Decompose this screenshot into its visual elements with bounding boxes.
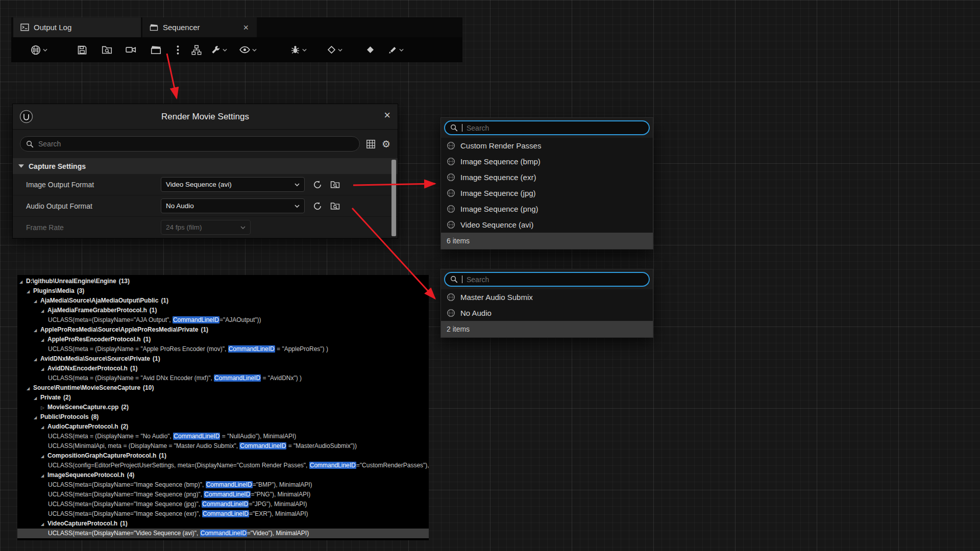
search-result-code-line[interactable]: UCLASS(meta = (DisplayName = "Avid DNx E…	[17, 373, 429, 383]
tree-node-file[interactable]: ◢AvidDNxEncoderProtocol.h(1)	[17, 364, 429, 373]
dropdown-option[interactable]: Image Sequence (bmp)	[441, 154, 653, 169]
expander-arrow-icon[interactable]: ◢	[34, 393, 40, 403]
expander-arrow-icon[interactable]: ◢	[27, 384, 33, 393]
expander-arrow-icon[interactable]: ◢	[27, 287, 33, 296]
property-dropdown[interactable]: 24 fps (film)	[161, 220, 251, 235]
search-result-code-line[interactable]: UCLASS(meta=(DisplayName="Image Sequence…	[17, 480, 429, 490]
tree-node-folder[interactable]: ◢Source\Runtime\MovieSceneCapture(10)	[17, 383, 429, 393]
search-result-code-line[interactable]: UCLASS(MinimalApi, meta = (DisplayName =…	[17, 441, 429, 451]
dropdown-search-input[interactable]: Search	[444, 272, 650, 287]
option-label: Custom Render Passes	[460, 141, 541, 150]
dialog-close-icon[interactable]: ×	[384, 110, 390, 121]
create-camera-button[interactable]	[126, 45, 136, 54]
tree-node-folder[interactable]: ◢Plugins\Media(3)	[17, 286, 429, 296]
settings-search-input[interactable]: Search	[20, 136, 360, 152]
browse-content-button[interactable]	[102, 45, 112, 55]
tree-node-folder[interactable]: ◢AppleProResMedia\Source\AppleProResMedi…	[17, 325, 429, 335]
expander-arrow-icon[interactable]: ◢	[34, 413, 40, 422]
dropdown-search-input[interactable]: Search	[444, 120, 650, 135]
search-result-code-line[interactable]: UCLASS(meta=(DisplayName="Video Sequence…	[17, 529, 429, 538]
expander-arrow-icon[interactable]: ◢	[41, 452, 47, 461]
tree-node-file[interactable]: ◢VideoCaptureProtocol.h(1)	[17, 519, 429, 529]
sequencer-hierarchy-button[interactable]	[191, 45, 202, 55]
actions-button[interactable]	[211, 45, 227, 55]
expander-arrow-icon[interactable]: ▷	[41, 403, 47, 412]
search-result-code-line[interactable]: UCLASS(meta = (DisplayName = "No Audio",…	[17, 432, 429, 441]
dialog-scrollbar[interactable]	[391, 160, 396, 236]
node-label: AvidDNxEncoderProtocol.h	[47, 365, 128, 372]
expander-arrow-icon[interactable]: ◢	[34, 325, 40, 335]
expander-arrow-icon[interactable]: ◢	[41, 422, 47, 432]
tree-node-file[interactable]: ▷MovieSceneCapture.cpp(2)	[17, 403, 429, 412]
search-result-code-line[interactable]: UCLASS(meta = (DisplayName = "Apple ProR…	[17, 344, 429, 354]
reset-to-default-button[interactable]	[313, 180, 322, 189]
dropdown-option[interactable]: Master Audio Submix	[441, 289, 653, 305]
tree-node-folder[interactable]: ◢AvidDNxMedia\Source\Source\Private(1)	[17, 354, 429, 364]
search-result-code-line[interactable]: UCLASS(meta=(DisplayName="Image Sequence…	[17, 499, 429, 509]
expander-arrow-icon[interactable]: ◢	[41, 364, 47, 373]
node-label: AjaMediaFrameGrabberProtocol.h	[47, 307, 147, 314]
tab-output-log[interactable]: Output Log	[13, 17, 141, 37]
settings-gear-icon[interactable]: ⚙	[382, 138, 390, 149]
tree-node-file[interactable]: ◢ImageSequenceProtocol.h(4)	[17, 470, 429, 480]
class-sphere-icon	[447, 293, 455, 302]
view-options-button[interactable]	[239, 46, 257, 54]
browse-to-asset-button[interactable]	[330, 180, 340, 189]
match-count-badge: (1)	[130, 365, 138, 372]
tree-node-folder[interactable]: ◢D:\github\UnrealEngine\Engine(13)	[17, 277, 429, 286]
tab-sequencer[interactable]: Sequencer ×	[142, 17, 257, 37]
search-result-code-line[interactable]: UCLASS(meta=(DisplayName="Image Sequence…	[17, 509, 429, 519]
option-label: Master Audio Submix	[460, 293, 533, 302]
expander-arrow-icon[interactable]: ◢	[34, 296, 40, 306]
capture-settings-section-header[interactable]: Capture Settings	[13, 158, 398, 174]
keyframe-options-button[interactable]	[327, 45, 342, 54]
dropdown-option[interactable]: Image Sequence (png)	[441, 201, 653, 217]
search-result-code-line[interactable]: UCLASS(meta=(DisplayName="Image Sequence…	[17, 490, 429, 499]
expander-arrow-icon[interactable]: ◢	[41, 471, 47, 480]
expander-arrow-icon[interactable]: ◢	[41, 519, 47, 529]
search-result-code-line[interactable]: UCLASS(meta=(DisplayName="AJA Output", C…	[17, 315, 429, 325]
tree-node-file[interactable]: ◢CompositionGraphCaptureProtocol.h(1)	[17, 451, 429, 461]
close-tab-icon[interactable]: ×	[242, 23, 250, 32]
tree-node-folder[interactable]: ◢Private(2)	[17, 393, 429, 403]
dropdown-option[interactable]: No Audio	[441, 305, 653, 321]
match-count-badge: (2)	[121, 404, 129, 411]
expander-arrow-icon[interactable]: ◢	[41, 306, 47, 315]
render-movie-button[interactable]	[151, 45, 161, 55]
search-match-highlight: CommandLineID	[204, 491, 251, 498]
world-selector-button[interactable]	[31, 45, 47, 55]
dropdown-value: No Audio	[166, 202, 194, 210]
search-placeholder: Search	[38, 140, 61, 148]
browse-to-asset-button[interactable]	[330, 202, 340, 210]
eye-icon	[239, 46, 250, 54]
settings-rows: Image Output Format Video Sequence (avi)…	[13, 174, 398, 238]
scrollbar-thumb[interactable]	[391, 160, 396, 236]
expander-arrow-icon[interactable]: ◢	[19, 277, 26, 286]
search-result-code-line[interactable]: UCLASS(config=EditorPerProjectUserSettin…	[17, 461, 429, 470]
more-options-button[interactable]	[177, 45, 179, 55]
tree-node-file[interactable]: ◢AudioCaptureProtocol.h(2)	[17, 422, 429, 432]
tree-node-file[interactable]: ◢AppleProResEncoderProtocol.h(1)	[17, 335, 429, 344]
playback-options-button[interactable]	[290, 45, 307, 55]
tree-node-file[interactable]: ◢AjaMediaFrameGrabberProtocol.h(1)	[17, 306, 429, 315]
tree-node-folder[interactable]: ◢AjaMedia\Source\AjaMediaOutput\Public(1…	[17, 296, 429, 306]
node-label: D:\github\UnrealEngine\Engine	[26, 278, 116, 285]
expander-arrow-icon[interactable]: ◢	[34, 355, 40, 364]
auto-key-button[interactable]	[366, 45, 375, 54]
option-label: Image Sequence (bmp)	[460, 157, 541, 166]
dropdown-option[interactable]: Image Sequence (exr)	[441, 169, 653, 185]
dropdown-option[interactable]: Video Sequence (avi)	[441, 217, 653, 233]
save-button[interactable]	[77, 45, 87, 55]
dropdown-option[interactable]: Custom Render Passes	[441, 138, 653, 154]
edit-options-button[interactable]	[388, 45, 404, 55]
grid-view-icon[interactable]	[366, 139, 376, 149]
property-dropdown[interactable]: No Audio	[161, 198, 305, 213]
reset-to-default-button[interactable]	[313, 202, 322, 211]
wrench-icon	[211, 45, 220, 55]
tree-node-folder[interactable]: ◢Public\Protocols(8)	[17, 412, 429, 422]
property-dropdown[interactable]: Video Sequence (avi)	[161, 177, 305, 192]
chevron-down-icon	[338, 48, 342, 52]
dropdown-option[interactable]: Image Sequence (jpg)	[441, 185, 653, 201]
node-label: ImageSequenceProtocol.h	[47, 471, 125, 479]
expander-arrow-icon[interactable]: ◢	[41, 335, 47, 344]
